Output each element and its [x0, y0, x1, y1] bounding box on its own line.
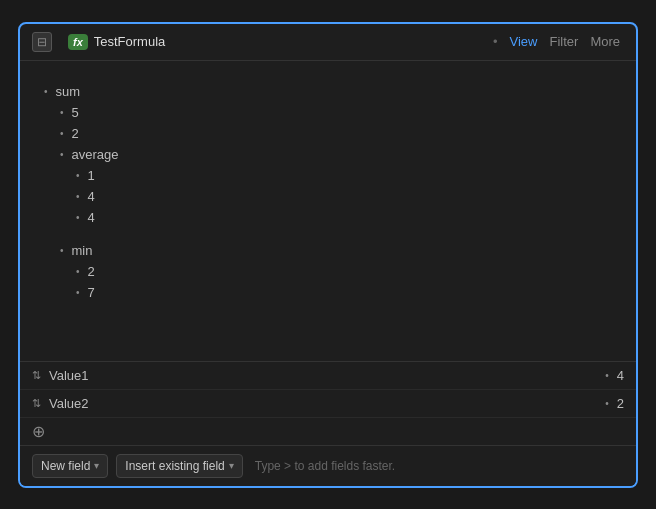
header-actions: • View Filter More	[489, 32, 624, 51]
hint-text: Type > to add fields faster.	[255, 459, 395, 473]
tree-panel: • sum • 5 • 2 • average • 1	[20, 61, 636, 361]
field-row-value1: ⇅ Value1 • 4	[20, 362, 636, 390]
tree-node-average-label: average	[72, 147, 119, 162]
tree-node-7: • 7	[20, 282, 636, 303]
tree-node-2a-label: 2	[72, 126, 79, 141]
bullet-icon: •	[76, 212, 80, 223]
fx-badge: fx	[68, 34, 88, 50]
tree-node-1-label: 1	[88, 168, 95, 183]
field-value-2: 2	[617, 396, 624, 411]
bullet-icon: •	[76, 287, 80, 298]
separator: •	[493, 34, 498, 49]
main-container: ⊟ fx TestFormula • View Filter More • su…	[18, 22, 638, 488]
field-name: TestFormula	[94, 34, 166, 49]
field-sort-icon: ⇅	[32, 369, 41, 382]
tree-node-4b-label: 4	[88, 210, 95, 225]
tree-node-1: • 1	[20, 165, 636, 186]
tree-node-average: • average	[20, 144, 636, 165]
bullet-icon: •	[76, 266, 80, 277]
tree-node-4a-label: 4	[88, 189, 95, 204]
tree-node-2a: • 2	[20, 123, 636, 144]
tree-node-2b: • 2	[20, 261, 636, 282]
bullet-icon: •	[605, 370, 609, 381]
bullet-icon: •	[44, 86, 48, 97]
field-name-value2: Value2	[49, 396, 89, 411]
tree-node-5: • 5	[20, 102, 636, 123]
bullet-icon: •	[60, 107, 64, 118]
field-value-1: 4	[617, 368, 624, 383]
add-circle-icon[interactable]: ⊕	[32, 422, 45, 441]
field-name-value1: Value1	[49, 368, 89, 383]
bullet-icon: •	[60, 245, 64, 256]
content-area: • sum • 5 • 2 • average • 1	[20, 61, 636, 361]
field-name-container: fx TestFormula	[68, 34, 473, 50]
tree-node-sum-label: sum	[56, 84, 81, 99]
more-action[interactable]: More	[586, 32, 624, 51]
field-row-value2: ⇅ Value2 • 2	[20, 390, 636, 418]
tree-node-min-label: min	[72, 243, 93, 258]
filter-action[interactable]: Filter	[545, 32, 582, 51]
header-row: ⊟ fx TestFormula • View Filter More	[20, 24, 636, 61]
view-action[interactable]: View	[506, 32, 542, 51]
insert-field-label: Insert existing field	[125, 459, 224, 473]
field-value-area-1: • 4	[605, 368, 624, 383]
tree-node-sum: • sum	[20, 81, 636, 102]
tree-node-7-label: 7	[88, 285, 95, 300]
bullet-icon-2: •	[605, 398, 609, 409]
chevron-down-icon-2: ▾	[229, 460, 234, 471]
bullet-icon: •	[76, 170, 80, 181]
bullet-icon: •	[60, 128, 64, 139]
tree-node-4b: • 4	[20, 207, 636, 228]
bullet-icon: •	[60, 149, 64, 160]
bullet-icon: •	[76, 191, 80, 202]
tree-node-min: • min	[20, 240, 636, 261]
tree-node-4a: • 4	[20, 186, 636, 207]
footer-row: New field ▾ Insert existing field ▾ Type…	[20, 445, 636, 486]
new-field-label: New field	[41, 459, 90, 473]
new-field-button[interactable]: New field ▾	[32, 454, 108, 478]
insert-existing-field-button[interactable]: Insert existing field ▾	[116, 454, 242, 478]
tree-node-2b-label: 2	[88, 264, 95, 279]
tree-node-5-label: 5	[72, 105, 79, 120]
collapse-button[interactable]: ⊟	[32, 32, 52, 52]
field-value-area-2: • 2	[605, 396, 624, 411]
field-sort-icon-2: ⇅	[32, 397, 41, 410]
chevron-down-icon: ▾	[94, 460, 99, 471]
fields-section: ⇅ Value1 • 4 ⇅ Value2 • 2 ⊕	[20, 361, 636, 445]
add-field-row: ⊕	[20, 418, 636, 445]
